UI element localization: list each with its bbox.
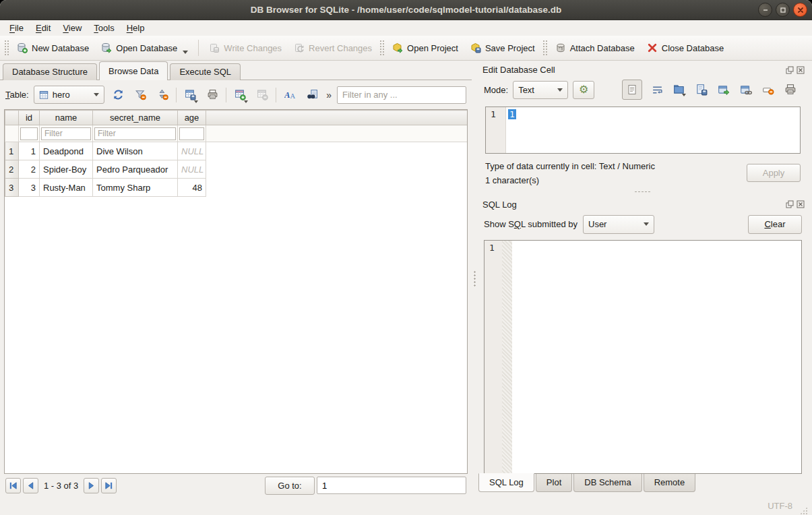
titlebar[interactable]: DB Browser for SQLite - /home/user/code/…	[0, 0, 812, 20]
sql-log-content[interactable]	[512, 241, 801, 473]
print-cell-button[interactable]	[783, 82, 798, 97]
row-number[interactable]: 2	[5, 160, 19, 179]
sql-source-select[interactable]: User	[583, 215, 654, 234]
menu-help[interactable]: Help	[121, 22, 151, 34]
close-dock-button[interactable]	[797, 200, 805, 208]
printer-icon	[784, 84, 797, 96]
cell-name[interactable]: Spider-Boy	[40, 160, 93, 179]
refresh-button[interactable]	[109, 86, 127, 104]
table-select[interactable]: hero	[34, 86, 105, 104]
clear-sorting-button[interactable]	[154, 86, 171, 104]
column-header-secret-name[interactable]: secret_name	[93, 111, 178, 125]
cell-editor[interactable]: 1 1	[485, 107, 801, 154]
toolbar-drag-handle[interactable]	[4, 40, 9, 56]
write-changes-button[interactable]: Write Changes	[203, 38, 288, 57]
cell-id[interactable]: 1	[19, 142, 40, 160]
import-data-button[interactable]	[672, 82, 687, 97]
encoding-indicator[interactable]: UTF-8	[768, 501, 792, 511]
attach-database-button[interactable]: Attach Database	[549, 38, 641, 57]
sql-log-view[interactable]: 1	[484, 240, 802, 474]
cell-age[interactable]: NULL	[178, 160, 206, 179]
clear-log-button[interactable]: Clear	[748, 215, 802, 234]
clear-filters-button[interactable]	[131, 86, 149, 104]
cell-secret-name[interactable]: Pedro Parqueador	[93, 160, 178, 179]
first-record-button[interactable]	[5, 478, 21, 493]
tab-remote[interactable]: Remote	[644, 474, 696, 492]
auto-apply-button[interactable]: ⚙	[573, 81, 594, 99]
previous-record-button[interactable]	[23, 478, 38, 493]
cell-id[interactable]: 3	[19, 179, 40, 197]
insert-record-button[interactable]	[231, 86, 249, 104]
tab-db-schema[interactable]: DB Schema	[573, 474, 642, 492]
close-dock-button[interactable]	[797, 66, 805, 74]
tab-database-structure[interactable]: Database Structure	[3, 63, 97, 80]
menu-file[interactable]: File	[3, 22, 30, 34]
open-project-button[interactable]: Open Project	[386, 38, 464, 57]
word-wrap-icon	[652, 84, 663, 96]
filter-input-id[interactable]	[20, 127, 38, 140]
column-header-age[interactable]: age	[178, 111, 206, 125]
save-project-button[interactable]: Save Project	[464, 38, 541, 57]
export-table-button[interactable]	[181, 86, 199, 104]
cell-name[interactable]: Rusty-Man	[40, 179, 93, 197]
last-record-button[interactable]	[101, 478, 117, 493]
filter-input-name[interactable]	[41, 127, 91, 140]
revert-changes-button[interactable]: Revert Changes	[288, 38, 378, 57]
print-table-button[interactable]	[204, 86, 221, 104]
set-null-button[interactable]	[761, 82, 776, 97]
cell-editor-content[interactable]: 1	[506, 107, 800, 153]
find-in-table-button[interactable]	[303, 86, 321, 104]
cell-name[interactable]: Deadpond	[40, 142, 93, 160]
last-record-icon	[104, 481, 114, 491]
menu-edit[interactable]: Edit	[30, 22, 57, 34]
goto-record-input[interactable]	[317, 477, 466, 494]
close-icon	[797, 7, 804, 13]
close-button[interactable]	[793, 3, 807, 17]
toolbar-overflow-chevron[interactable]: »	[325, 90, 332, 100]
open-database-button[interactable]: Open Database	[95, 38, 194, 57]
apply-button[interactable]: Apply	[747, 164, 801, 182]
delete-record-button[interactable]	[253, 86, 271, 104]
new-database-button[interactable]: New Database	[11, 38, 95, 57]
row-number[interactable]: 1	[5, 142, 19, 160]
float-dock-button[interactable]	[786, 66, 794, 74]
float-dock-button[interactable]	[786, 200, 794, 208]
column-header-name[interactable]: name	[40, 111, 93, 125]
row-number[interactable]: 3	[5, 179, 19, 197]
main-toolbar: New Database Open Database Write Changes	[0, 36, 812, 61]
minimize-button[interactable]	[758, 3, 772, 17]
close-database-button[interactable]: Close Database	[641, 38, 730, 57]
dock-splitter[interactable]	[477, 188, 809, 195]
cell-age[interactable]: NULL	[178, 142, 206, 160]
tab-execute-sql[interactable]: Execute SQL	[170, 63, 241, 80]
cell-id[interactable]: 2	[19, 160, 40, 179]
tab-sql-log[interactable]: SQL Log	[478, 473, 534, 492]
resize-grip-icon[interactable]	[799, 506, 808, 515]
export-data-button[interactable]	[694, 82, 709, 97]
tab-plot[interactable]: Plot	[536, 474, 572, 492]
word-wrap-button[interactable]	[650, 82, 664, 97]
copy-link-button[interactable]	[739, 82, 753, 97]
menu-view[interactable]: View	[57, 22, 88, 34]
cell-secret-name[interactable]: Tommy Sharp	[93, 179, 178, 197]
edit-display-format-button[interactable]: A A	[281, 86, 299, 104]
filter-input-secret-name[interactable]	[94, 127, 176, 140]
goto-record-button[interactable]: Go to:	[265, 477, 315, 495]
menu-tools[interactable]: Tools	[88, 22, 120, 34]
cell-secret-name[interactable]: Dive Wilson	[93, 142, 178, 160]
maximize-button[interactable]	[776, 3, 790, 17]
filter-any-column-input[interactable]	[337, 86, 466, 104]
text-mode-button[interactable]	[622, 80, 642, 100]
toolbar-drag-handle[interactable]	[542, 40, 548, 56]
table-row: 1 1 Deadpond Dive Wilson NULL	[5, 142, 468, 160]
mode-select[interactable]: Text	[513, 81, 568, 99]
cell-age[interactable]: 48	[178, 179, 206, 197]
tab-browse-data[interactable]: Browse Data	[99, 61, 168, 80]
filter-input-age[interactable]	[179, 127, 204, 140]
svg-text:A: A	[290, 92, 295, 100]
next-record-button[interactable]	[84, 478, 99, 493]
toolbar-drag-handle[interactable]	[379, 40, 385, 56]
column-header-id[interactable]: id	[19, 111, 40, 125]
pane-splitter[interactable]	[472, 61, 477, 497]
open-in-external-button[interactable]	[716, 82, 731, 97]
